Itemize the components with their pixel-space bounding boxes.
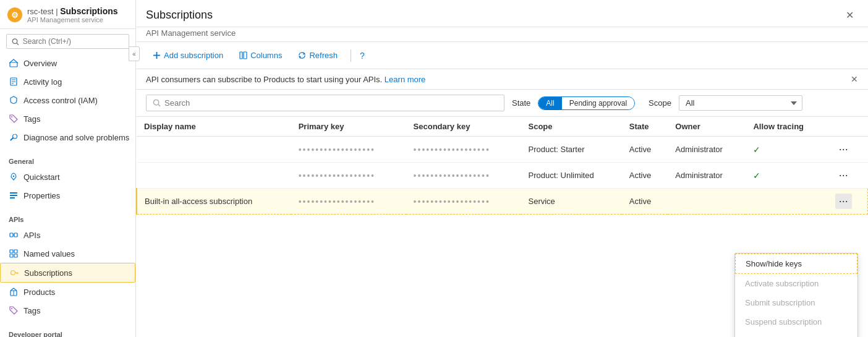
state-pending-button[interactable]: Pending approval bbox=[562, 97, 634, 109]
close-button[interactable]: ✕ bbox=[841, 6, 858, 23]
box-icon bbox=[9, 287, 19, 297]
sidebar-item-access-control[interactable]: Access control (IAM) bbox=[0, 91, 135, 109]
sidebar-item-label: Quickstart bbox=[23, 173, 60, 182]
sidebar-item-apis[interactable]: APIs bbox=[0, 226, 135, 244]
sidebar-item-subscriptions[interactable]: Subscriptions bbox=[0, 263, 135, 283]
cell-actions[interactable]: ··· bbox=[828, 163, 868, 189]
cell-display-name bbox=[137, 163, 291, 189]
sidebar-item-label: Access control (IAM) bbox=[23, 96, 98, 105]
col-primary-key: Primary key bbox=[291, 117, 406, 137]
sidebar-item-label: Tags bbox=[23, 114, 40, 124]
refresh-button[interactable]: Refresh bbox=[291, 47, 344, 64]
svg-point-30 bbox=[153, 100, 158, 105]
help-button[interactable]: ? bbox=[357, 48, 367, 63]
sidebar-item-tags[interactable]: Tags bbox=[0, 109, 135, 128]
sidebar-item-diagnose[interactable]: Diagnose and solve problems bbox=[0, 128, 135, 147]
cell-scope: Product: Starter bbox=[521, 137, 621, 163]
context-menu-item-suspend: Suspend subscription bbox=[735, 312, 857, 331]
app-logo: ⚙ bbox=[7, 7, 22, 22]
cell-primary-key: •••••••••••••••••• bbox=[291, 137, 406, 163]
search-input[interactable] bbox=[164, 98, 498, 108]
scope-select[interactable]: All bbox=[679, 95, 802, 111]
sidebar-header: ⚙ rsc-test | Subscriptions API Managemen… bbox=[0, 0, 135, 29]
info-bar: API consumers can subscribe to Products … bbox=[136, 69, 868, 90]
cell-owner: Administrator bbox=[668, 163, 746, 189]
svg-line-31 bbox=[158, 105, 160, 106]
sidebar-collapse-button[interactable]: « bbox=[129, 46, 140, 61]
main-content: Subscriptions ✕ API Management service A… bbox=[136, 0, 868, 337]
svg-rect-9 bbox=[10, 192, 17, 194]
sidebar-item-activity-log[interactable]: Activity log bbox=[0, 72, 135, 91]
cell-actions[interactable]: ··· bbox=[828, 137, 868, 163]
table-header-row: Display name Primary key Secondary key S… bbox=[137, 117, 868, 137]
app-resource-prefix: rsc-test | bbox=[27, 7, 60, 16]
svg-rect-18 bbox=[14, 254, 17, 257]
context-menu-item-show-hide-keys[interactable]: Show/hide keys bbox=[735, 254, 857, 274]
sidebar-item-products[interactable]: Products bbox=[0, 283, 135, 301]
sidebar-item-label: Activity log bbox=[23, 77, 62, 87]
cell-primary-key: •••••••••••••••••• bbox=[291, 163, 406, 189]
row-more-button[interactable]: ··· bbox=[835, 168, 852, 183]
svg-rect-28 bbox=[240, 52, 242, 59]
svg-rect-16 bbox=[14, 250, 17, 253]
columns-button[interactable]: Columns bbox=[232, 47, 289, 64]
table-row: •••••••••••••••••• •••••••••••••••••• Pr… bbox=[137, 137, 868, 163]
sidebar-item-label: Products bbox=[23, 288, 55, 297]
sidebar-item-label: Subscriptions bbox=[24, 268, 72, 278]
main-header: Subscriptions ✕ bbox=[136, 0, 868, 27]
tag-icon bbox=[9, 114, 19, 124]
cell-state: Active bbox=[622, 189, 668, 215]
col-display-name: Display name bbox=[137, 117, 291, 137]
main-title: Subscriptions bbox=[146, 9, 213, 22]
table-container: Display name Primary key Secondary key S… bbox=[136, 117, 868, 337]
sidebar-item-quickstart[interactable]: Quickstart bbox=[0, 168, 135, 186]
row-more-button[interactable]: ··· bbox=[835, 194, 852, 209]
plus-icon bbox=[153, 51, 161, 59]
key-icon bbox=[9, 268, 19, 278]
cell-scope: Product: Unlimited bbox=[521, 163, 621, 189]
state-all-button[interactable]: All bbox=[538, 97, 561, 109]
svg-line-1 bbox=[17, 43, 19, 45]
svg-point-7 bbox=[11, 116, 12, 117]
cell-secondary-key: •••••••••••••••••• bbox=[406, 189, 521, 215]
toolbar-separator bbox=[351, 49, 351, 62]
info-bar-close-button[interactable]: ✕ bbox=[851, 74, 858, 84]
section-general: General bbox=[0, 151, 135, 168]
app-service: API Management service bbox=[27, 16, 118, 23]
table-row: Built-in all-access subscription •••••••… bbox=[137, 189, 868, 215]
sidebar-item-properties[interactable]: Properties bbox=[0, 186, 135, 205]
learn-more-link[interactable]: Learn more bbox=[385, 75, 425, 84]
svg-rect-29 bbox=[244, 52, 247, 59]
state-toggle: All Pending approval bbox=[538, 96, 635, 110]
cell-scope: Service bbox=[521, 189, 621, 215]
api-icon bbox=[9, 230, 19, 240]
cell-actions[interactable]: ··· bbox=[828, 189, 868, 215]
add-subscription-button[interactable]: Add subscription bbox=[146, 47, 230, 64]
sidebar-search-container[interactable] bbox=[6, 34, 129, 49]
svg-rect-13 bbox=[14, 233, 17, 237]
context-menu-item-reject: Reject subscription bbox=[735, 331, 857, 337]
search-icon bbox=[12, 38, 19, 46]
sidebar-item-label: Overview bbox=[23, 59, 57, 68]
row-more-button[interactable]: ··· bbox=[835, 142, 852, 157]
svg-rect-2 bbox=[10, 62, 17, 67]
section-apis: APIs bbox=[0, 210, 135, 226]
state-label: State bbox=[512, 98, 530, 108]
svg-point-8 bbox=[13, 176, 14, 177]
search-box[interactable] bbox=[146, 95, 504, 111]
grid-icon bbox=[9, 249, 19, 258]
search-icon bbox=[153, 99, 161, 107]
sidebar-item-tags-api[interactable]: Tags bbox=[0, 301, 135, 320]
sidebar-item-label: Properties bbox=[23, 191, 60, 200]
sidebar-search-input[interactable] bbox=[23, 37, 124, 46]
subscriptions-table: Display name Primary key Secondary key S… bbox=[136, 117, 868, 215]
sidebar-item-overview[interactable]: Overview bbox=[0, 54, 135, 72]
home-icon bbox=[9, 58, 19, 68]
service-name-label: API Management service bbox=[146, 28, 236, 38]
toolbar: Add subscription Columns Refresh ? bbox=[136, 42, 868, 69]
context-menu-item-submit: Submit subscription bbox=[735, 293, 857, 312]
sidebar-item-named-values[interactable]: Named values bbox=[0, 244, 135, 263]
shield-icon bbox=[9, 95, 19, 105]
cell-primary-key: •••••••••••••••••• bbox=[291, 189, 406, 215]
cell-allow-tracing bbox=[746, 189, 827, 215]
